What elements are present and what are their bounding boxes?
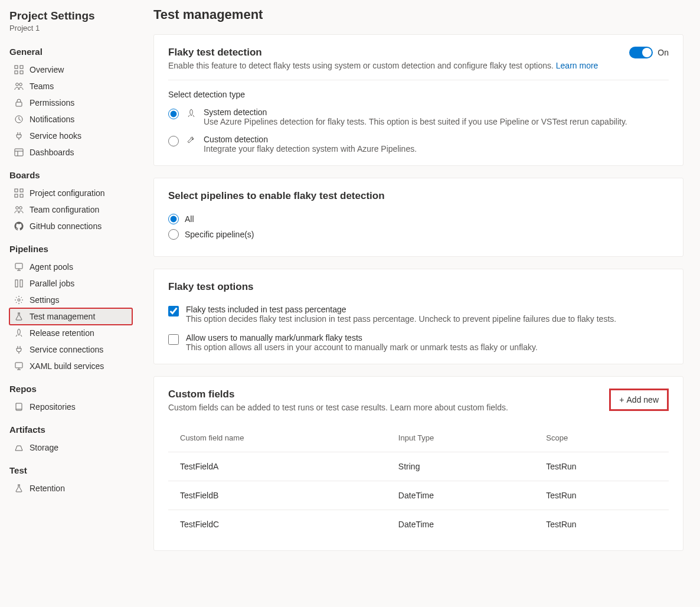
include-title: Flaky tests included in test pass percen… xyxy=(186,305,616,314)
custom-detection-option[interactable]: Custom detection Integrate your flaky de… xyxy=(168,135,669,154)
nav-item-label: Teams xyxy=(30,81,54,91)
system-radio[interactable] xyxy=(168,109,179,119)
include-checkbox[interactable] xyxy=(168,306,179,316)
table-row[interactable]: TestFieldBDateTimeTestRun xyxy=(168,481,669,510)
wrench-icon xyxy=(186,135,197,145)
nav-item-label: Team configuration xyxy=(30,205,99,214)
rocket-icon xyxy=(186,107,197,118)
nav-item-label: Project configuration xyxy=(30,188,105,198)
specific-pipelines-option[interactable]: Specific pipeline(s) xyxy=(168,229,669,240)
nav-item-overview[interactable]: Overview xyxy=(9,61,132,78)
nav-item-dashboards[interactable]: Dashboards xyxy=(9,144,132,161)
nav-item-project-configuration[interactable]: Project configuration xyxy=(9,185,132,201)
nav-item-label: Service hooks xyxy=(30,131,81,141)
page-title: Test management xyxy=(153,7,683,22)
custom-title: Custom detection xyxy=(204,135,417,144)
include-option[interactable]: Flaky tests included in test pass percen… xyxy=(168,305,669,324)
all-pipelines-option[interactable]: All xyxy=(168,214,669,224)
nav-item-agent-pools[interactable]: Agent pools xyxy=(9,259,132,275)
nav-item-storage[interactable]: Storage xyxy=(9,439,132,456)
add-new-highlight: + Add new xyxy=(609,389,669,411)
cf-col-header: Input Type xyxy=(387,424,534,452)
custom-radio[interactable] xyxy=(168,136,179,146)
nav-item-retention[interactable]: Retention xyxy=(9,480,132,497)
nav-item-label: GitHub connections xyxy=(30,221,102,231)
include-desc: This option decides flaky test inclusion… xyxy=(186,314,616,324)
gear-icon xyxy=(14,295,24,305)
nav-item-xaml-build-services[interactable]: XAML build services xyxy=(9,358,132,374)
nav-item-parallel-jobs[interactable]: Parallel jobs xyxy=(9,275,132,292)
all-label: All xyxy=(185,214,194,224)
nav-item-github-connections[interactable]: GitHub connections xyxy=(9,218,132,234)
nav-group-title: General xyxy=(9,47,137,57)
cf-cell-name: TestFieldC xyxy=(168,510,387,539)
nav-item-teams[interactable]: Teams xyxy=(9,78,132,94)
cf-col-header: Scope xyxy=(534,424,669,452)
pipelines-card: Select pipelines to enable flaky test de… xyxy=(153,178,683,257)
cf-cell-scope: TestRun xyxy=(534,510,669,539)
custom-fields-table: Custom field nameInput TypeScope TestFie… xyxy=(168,424,669,539)
system-desc: Use Azure Pipelines detection for flaky … xyxy=(204,117,627,126)
nav-item-notifications[interactable]: Notifications xyxy=(9,111,132,128)
nav-item-team-configuration[interactable]: Team configuration xyxy=(9,201,132,218)
cf-cell-type: String xyxy=(387,452,534,481)
plug-icon xyxy=(14,345,24,354)
nav-item-label: Repositories xyxy=(30,402,76,412)
custom-desc: Integrate your flaky detection system wi… xyxy=(204,144,417,154)
nav-item-label: Retention xyxy=(30,484,65,493)
nav-item-permissions[interactable]: Permissions xyxy=(9,94,132,111)
nav-group-title: Repos xyxy=(9,384,137,394)
cf-cell-name: TestFieldA xyxy=(168,452,387,481)
grid-icon xyxy=(14,188,24,198)
nav-item-label: Notifications xyxy=(30,115,74,124)
team-icon xyxy=(14,81,24,91)
nav-item-test-management[interactable]: Test management xyxy=(9,308,132,325)
lock-icon xyxy=(14,98,24,107)
allow-option[interactable]: Allow users to manually mark/unmark flak… xyxy=(168,333,669,352)
cf-title: Custom fields xyxy=(168,389,508,400)
nav-item-label: Service connections xyxy=(30,345,103,354)
nav-item-settings[interactable]: Settings xyxy=(9,292,132,308)
specific-radio[interactable] xyxy=(168,229,179,240)
specific-label: Specific pipeline(s) xyxy=(185,230,254,239)
nav-item-label: Storage xyxy=(30,443,58,452)
grid-icon xyxy=(14,65,24,74)
add-new-button[interactable]: + Add new xyxy=(613,391,665,408)
nav-item-label: Settings xyxy=(30,295,60,305)
nav-item-service-connections[interactable]: Service connections xyxy=(9,341,132,358)
system-detection-option[interactable]: System detection Use Azure Pipelines det… xyxy=(168,107,669,126)
sidebar-subtitle: Project 1 xyxy=(9,24,137,32)
toggle-track[interactable] xyxy=(629,47,653,58)
nav-item-service-hooks[interactable]: Service hooks xyxy=(9,128,132,144)
github-icon xyxy=(14,221,24,231)
nav-item-repositories[interactable]: Repositories xyxy=(9,399,132,415)
learn-more-link[interactable]: Learn more xyxy=(556,61,598,70)
toggle-label: On xyxy=(658,48,669,57)
table-row[interactable]: TestFieldAStringTestRun xyxy=(168,452,669,481)
nav-item-label: Parallel jobs xyxy=(30,279,74,288)
all-radio[interactable] xyxy=(168,214,179,224)
flaky-desc: Enable this feature to detect flaky test… xyxy=(168,61,598,70)
team-icon xyxy=(14,205,24,214)
table-row[interactable]: TestFieldCDateTimeTestRun xyxy=(168,510,669,539)
custom-fields-card: Custom fields Custom fields can be added… xyxy=(153,376,683,551)
flaky-title: Flaky test detection xyxy=(168,47,598,58)
plug-icon xyxy=(14,131,24,141)
sidebar-title: Project Settings xyxy=(9,9,137,22)
flaky-detection-card: Flaky test detection Enable this feature… xyxy=(153,34,683,166)
rocket-icon xyxy=(14,328,24,338)
cf-cell-name: TestFieldB xyxy=(168,481,387,510)
nav-item-label: XAML build services xyxy=(30,361,104,371)
nav-item-label: Overview xyxy=(30,65,64,74)
flaky-toggle[interactable]: On xyxy=(629,47,669,58)
plus-icon: + xyxy=(619,395,624,404)
cf-cell-type: DateTime xyxy=(387,510,534,539)
flask-icon xyxy=(14,312,24,321)
allow-title: Allow users to manually mark/unmark flak… xyxy=(186,333,538,342)
main-content: Test management Flaky test detection Ena… xyxy=(137,0,700,607)
allow-desc: This option allows all users in your acc… xyxy=(186,342,538,352)
allow-checkbox[interactable] xyxy=(168,334,179,345)
nav-item-release-retention[interactable]: Release retention xyxy=(9,325,132,341)
parallel-icon xyxy=(14,279,24,288)
flask-icon xyxy=(14,484,24,493)
